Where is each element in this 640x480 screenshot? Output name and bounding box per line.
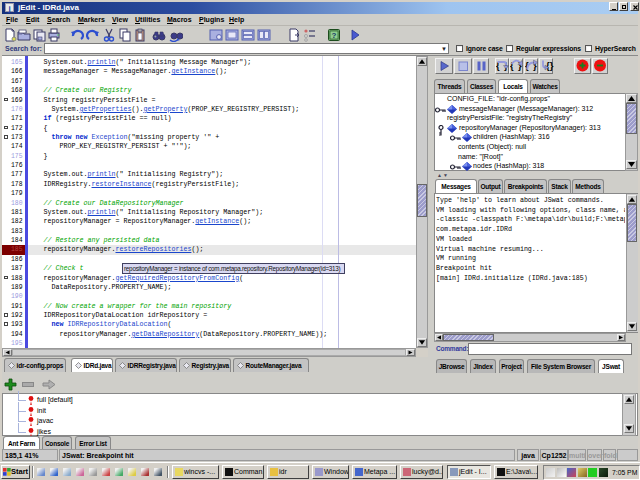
svg-text:?: ? xyxy=(332,31,337,40)
